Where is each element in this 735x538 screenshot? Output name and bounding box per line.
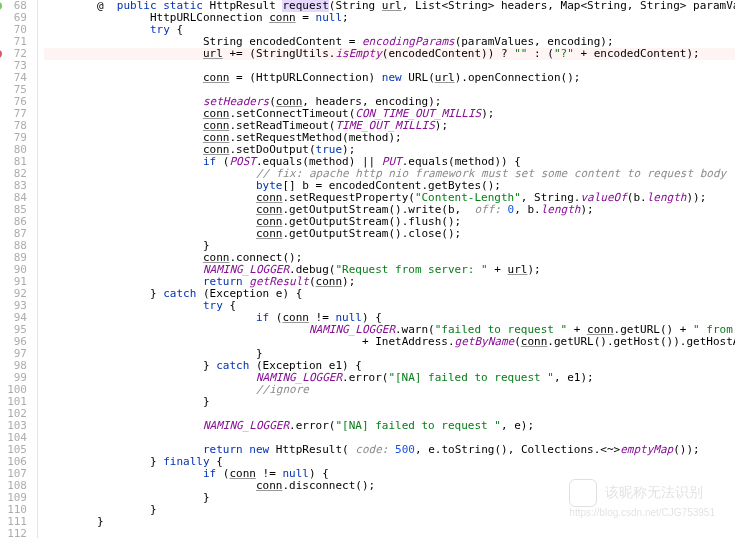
code-line[interactable]: } [44, 504, 735, 516]
code-line[interactable]: NAMING_LOGGER.error("[NA] failed to requ… [44, 420, 735, 432]
code-editor[interactable]: 6869707172737475767778798081828384858687… [0, 0, 735, 538]
code-line[interactable]: url += (StringUtils.isEmpty(encodedConte… [44, 48, 735, 60]
code-line[interactable]: } [44, 396, 735, 408]
code-area[interactable]: @ public static HttpResult request(Strin… [38, 0, 735, 538]
gutter-line: 112 [0, 528, 27, 538]
red-marker-icon [0, 50, 2, 58]
code-line[interactable]: } [44, 516, 735, 528]
code-line[interactable]: conn = (HttpURLConnection) new URL(url).… [44, 72, 735, 84]
green-marker-icon [0, 2, 2, 10]
code-line[interactable] [44, 528, 735, 538]
line-gutter: 6869707172737475767778798081828384858687… [0, 0, 38, 538]
